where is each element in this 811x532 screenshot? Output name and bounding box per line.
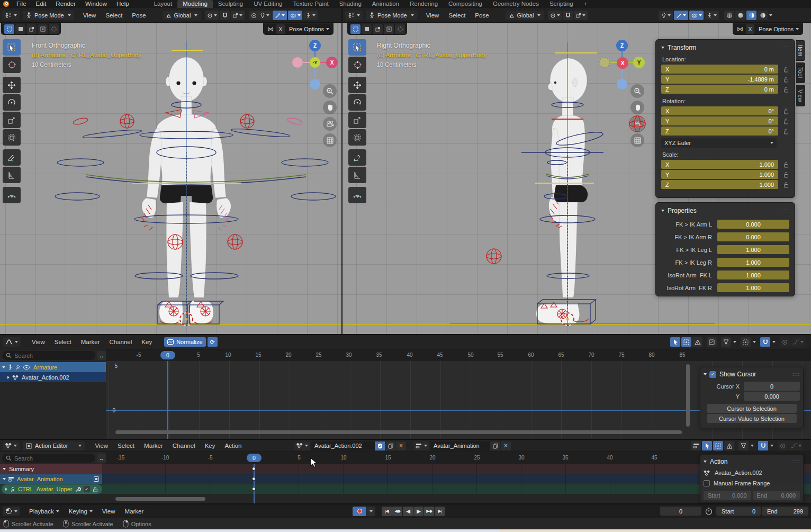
tool-select-box-right[interactable] — [348, 39, 366, 56]
tool-annotate-right[interactable] — [348, 149, 366, 166]
rotation-x-field[interactable]: X0° — [661, 106, 778, 115]
panel-drag-handle[interactable]: :::: — [792, 459, 800, 464]
tool-rotate-right[interactable] — [348, 94, 366, 111]
timeline-editor-type-button[interactable] — [3, 507, 20, 516]
prop-field-fk-ik-arm-l[interactable]: 0.000 — [717, 220, 789, 229]
prop-field-fk-ik-leg-l[interactable]: 1.000 — [717, 245, 789, 254]
vp-menu-pose[interactable]: Pose — [127, 12, 150, 19]
easing-type-dope-button[interactable] — [789, 441, 803, 450]
gizmo-x-axis[interactable]: X — [326, 57, 338, 68]
panel-drag-handle[interactable]: :::: — [792, 372, 800, 377]
select-circle-button[interactable] — [26, 24, 37, 34]
ctrl-row-band[interactable] — [0, 484, 811, 494]
workspace-tab-modeling[interactable]: Modeling — [177, 0, 213, 8]
overlays-toggle-button[interactable] — [288, 11, 302, 20]
gizmo-y-axis-right[interactable]: Y — [633, 57, 645, 68]
frame-end-field[interactable]: End299 — [762, 507, 808, 516]
select-lasso-button-right[interactable] — [384, 24, 394, 34]
workspace-tab-compositing[interactable]: Compositing — [443, 0, 488, 8]
dope-menu-key[interactable]: Key — [200, 443, 220, 449]
select-extend-button-right[interactable] — [395, 24, 405, 34]
fake-user-shield-toggle[interactable] — [375, 441, 385, 450]
tool-annotate[interactable] — [3, 149, 21, 166]
workspace-tab-shading[interactable]: Shading — [334, 0, 367, 8]
rotation-y-field[interactable]: Y0° — [661, 116, 778, 125]
workspace-tab-scripting[interactable]: Scripting — [544, 0, 579, 8]
gizmo-z-axis[interactable]: Z — [309, 40, 321, 51]
nav-gizmo-front[interactable]: Z X -Y — [290, 39, 340, 87]
selection-box-filter-button[interactable] — [681, 337, 691, 347]
rotation-mode-select[interactable]: XYZ Euler — [661, 138, 777, 148]
pose-options-label[interactable]: Pose Options — [289, 26, 324, 32]
cursor-y-field[interactable]: 0.000 — [744, 392, 800, 401]
tool-move[interactable] — [3, 77, 21, 93]
show-gizmo-visibility-button-right[interactable] — [659, 11, 673, 20]
previous-keyframe-button[interactable]: ◀◆ — [392, 507, 402, 516]
pivot-point-graph-button[interactable] — [741, 337, 751, 347]
current-frame-line-graph[interactable] — [167, 361, 168, 439]
mirror-x-toggle-right[interactable]: X — [746, 24, 754, 34]
transform-orientation-select-right[interactable]: Global — [506, 11, 544, 20]
menu-help[interactable]: Help — [112, 0, 134, 8]
channel-filter-expand-button[interactable]: ↔ — [97, 351, 106, 360]
easing-type-button[interactable] — [791, 337, 805, 347]
tool-cursor[interactable] — [3, 57, 21, 73]
select-box-button-right[interactable] — [362, 24, 372, 34]
panel-drag-handle[interactable]: :::: — [782, 208, 789, 213]
current-frame-indicator-graph[interactable]: 0 — [160, 351, 175, 359]
shading-rendered-button[interactable] — [758, 11, 768, 20]
panel-drag-handle[interactable]: :::: — [782, 45, 789, 50]
graph-menu-marker[interactable]: Marker — [76, 339, 105, 345]
transform-orientation-select[interactable]: Global — [163, 11, 201, 20]
lock-icon[interactable] — [783, 172, 789, 178]
tool-transform-right[interactable] — [348, 129, 366, 146]
play-reverse-button[interactable]: ◀ — [403, 507, 413, 516]
graph-menu-select[interactable]: Select — [50, 339, 76, 345]
only-selected-curves-button[interactable] — [670, 337, 680, 347]
pin-icon[interactable] — [10, 486, 15, 492]
tool-measure[interactable] — [3, 167, 21, 183]
camera-view-icon[interactable] — [323, 117, 337, 131]
gizmos-toggle-button-right[interactable] — [674, 11, 688, 20]
unlock-icon[interactable] — [93, 486, 98, 492]
cursor-x-field[interactable]: 0 — [744, 382, 800, 391]
gizmo-minus-z-axis-right[interactable] — [617, 79, 627, 89]
vp-menu-select[interactable]: Select — [101, 12, 127, 19]
solo-track-icon[interactable] — [93, 476, 100, 482]
dope-menu-channel[interactable]: Channel — [168, 443, 200, 449]
tool-cursor-right[interactable] — [348, 57, 366, 73]
graph-menu-key[interactable]: Key — [137, 339, 157, 345]
pivot-point-button[interactable] — [205, 11, 219, 20]
snap-magnet-icon[interactable] — [220, 11, 230, 20]
gizmo-minus-y-axis[interactable]: -Y — [310, 57, 320, 68]
tab-item[interactable]: Item — [796, 40, 805, 61]
menu-file[interactable]: File — [12, 0, 31, 8]
properties-panel-title[interactable]: Properties — [668, 207, 697, 214]
dope-mode-select[interactable]: Action Editor — [23, 441, 85, 450]
snap-with-button[interactable] — [231, 11, 245, 20]
workspace-tab-animation[interactable]: Animation — [367, 0, 404, 8]
select-circle-button-right[interactable] — [373, 24, 383, 34]
ik-target-sphere[interactable] — [628, 114, 647, 133]
cursor-value-to-selection-button[interactable]: Cursor Value to Selection — [707, 414, 797, 423]
select-tweak-button-right[interactable] — [350, 24, 361, 34]
normalize-toggle[interactable]: Normalize — [164, 337, 206, 347]
workspace-tab-add[interactable]: + — [579, 0, 593, 8]
location-z-field[interactable]: Z0 m — [661, 85, 778, 94]
lock-icon[interactable] — [783, 86, 789, 93]
dope-menu-action[interactable]: Action — [220, 443, 247, 449]
workspace-tab-texture-paint[interactable]: Texture Paint — [288, 0, 334, 8]
tab-view[interactable]: View — [796, 85, 805, 107]
dope-editor-type-button[interactable] — [3, 441, 20, 450]
keyframe-animation[interactable] — [252, 477, 256, 481]
lock-icon[interactable] — [783, 76, 789, 83]
dope-menu-select[interactable]: Select — [113, 443, 139, 449]
show-cursor-title[interactable]: Show Cursor — [719, 371, 756, 378]
scale-z-field[interactable]: Z1.000 — [661, 180, 778, 189]
use-preview-range-stopwatch-icon[interactable] — [705, 507, 713, 515]
layered-animation-icon[interactable] — [691, 441, 701, 450]
graph-editor-type-button[interactable] — [3, 337, 21, 347]
zoom-icon-right[interactable] — [630, 84, 644, 98]
gizmo-x-axis-right[interactable]: X — [617, 57, 628, 69]
dope-search-input[interactable]: Search — [2, 454, 95, 463]
